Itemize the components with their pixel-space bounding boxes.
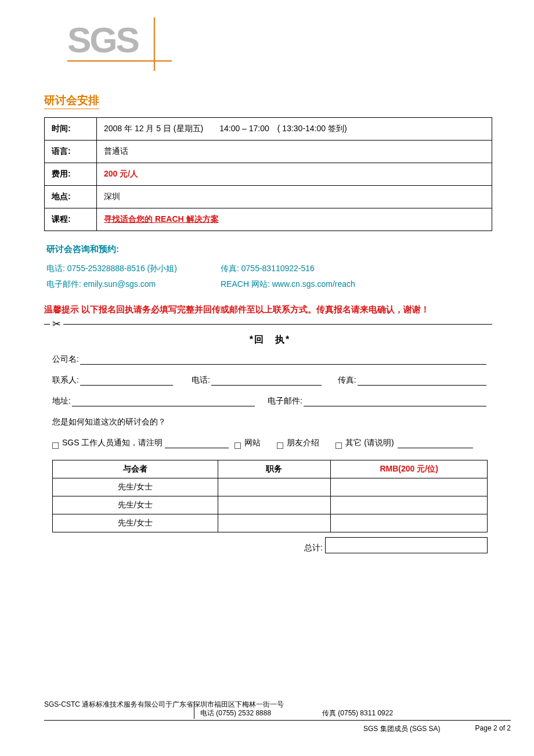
footer-fax: 传真 (0755) 8311 0922	[322, 701, 393, 718]
section-title: 研讨会安排	[44, 93, 99, 109]
fee-label: 费用:	[45, 163, 97, 186]
checkbox-friend[interactable]	[277, 442, 283, 449]
fee-cell[interactable]	[331, 478, 488, 496]
salutation-cell[interactable]: 先生/女士	[53, 478, 218, 496]
phone-label: 电话:	[192, 375, 210, 386]
other-detail-input[interactable]	[398, 440, 473, 448]
loc-label: 地点:	[45, 186, 97, 208]
footer-page: Page 2 of 2	[475, 724, 511, 734]
addr-label: 地址:	[52, 396, 71, 406]
fax-label: 传真:	[338, 375, 356, 386]
opt-friend: 朋友介绍	[287, 438, 319, 448]
contact-person-input[interactable]	[80, 376, 173, 386]
opt-sgs-staff: SGS 工作人员通知，请注明	[62, 438, 163, 448]
company-label: 公司名:	[52, 354, 79, 365]
fax-input[interactable]	[358, 376, 486, 386]
cut-line: ✂	[44, 318, 492, 330]
scissor-icon: ✂	[52, 318, 61, 330]
lang-label: 语言:	[45, 141, 97, 163]
contact-title: 研讨会咨询和预约:	[46, 244, 492, 255]
reply-title: *回 执*	[52, 334, 488, 346]
opt-other: 其它 (请说明)	[345, 438, 394, 448]
fee-value: 200 元/人	[97, 163, 492, 186]
contact-person-label: 联系人:	[52, 375, 79, 386]
email-input[interactable]	[304, 397, 486, 406]
contact-email: 电子邮件: emily.sun@sgs.com	[46, 276, 221, 292]
table-row: 先生/女士	[53, 514, 488, 532]
table-row: 先生/女士	[53, 478, 488, 496]
total-input[interactable]	[325, 537, 488, 553]
how-question: 您是如何知道这次的研讨会的？	[52, 417, 488, 427]
total-label: 总计:	[304, 543, 323, 553]
loc-value: 深圳	[97, 186, 492, 208]
time-label: 时间:	[45, 118, 97, 141]
footer-member: SGS 集团成员 (SGS SA)	[363, 724, 441, 734]
attendee-table: 与会者 职务 RMB(200 元/位) 先生/女士 先生/女士 先生/女士	[52, 460, 488, 532]
contact-phone: 电话: 0755-25328888-8516 (孙小姐)	[46, 261, 221, 276]
title-cell[interactable]	[218, 514, 331, 532]
company-input[interactable]	[80, 355, 486, 365]
opt-website: 网站	[244, 438, 261, 448]
time-value: 2008 年 12 月 5 日 (星期五) 14:00 – 17:00 ( 13…	[97, 118, 492, 141]
warning-text: 温馨提示 以下报名回执请务必填写完整并回传或邮件至以上联系方式。传真报名请来电确…	[44, 304, 492, 315]
sgs-logo: SGS	[67, 17, 492, 71]
table-row: 先生/女士	[53, 496, 488, 514]
col-title: 职务	[218, 460, 331, 478]
reply-form: *回 执* 公司名: 联系人: 电话: 传真: 地址: 电子邮件: 您是如何知道…	[52, 334, 488, 553]
contact-block: 电话: 0755-25328888-8516 (孙小姐) 传真: 0755-83…	[46, 261, 492, 291]
addr-input[interactable]	[72, 397, 255, 406]
fee-cell[interactable]	[331, 514, 488, 532]
contact-site: REACH 网站: www.cn.sgs.com/reach	[221, 276, 355, 292]
title-cell[interactable]	[218, 478, 331, 496]
course-link[interactable]: 寻找适合您的 REACH 解决方案	[104, 214, 219, 224]
page-footer: SGS-CSTC 通标标准技术服务有限公司于广东省深圳市福田区下梅林一街一号 电…	[44, 700, 511, 734]
title-cell[interactable]	[218, 496, 331, 514]
course-label: 课程:	[45, 208, 97, 231]
lang-value: 普通话	[97, 141, 492, 163]
checkbox-website[interactable]	[234, 442, 241, 449]
phone-input[interactable]	[211, 376, 322, 386]
salutation-cell[interactable]: 先生/女士	[53, 514, 218, 532]
checkbox-sgs-staff[interactable]	[52, 442, 59, 449]
salutation-cell[interactable]: 先生/女士	[53, 496, 218, 514]
email-label: 电子邮件:	[268, 396, 302, 406]
footer-phone: 电话 (0755) 2532 8888	[200, 701, 322, 718]
col-attendee: 与会者	[53, 460, 218, 478]
checkbox-other[interactable]	[335, 442, 342, 449]
seminar-info-table: 时间: 2008 年 12 月 5 日 (星期五) 14:00 – 17:00 …	[44, 117, 492, 231]
sgs-staff-detail-input[interactable]	[165, 440, 229, 448]
contact-fax: 传真: 0755-83110922-516	[221, 261, 315, 276]
col-fee: RMB(200 元/位)	[331, 460, 488, 478]
fee-cell[interactable]	[331, 496, 488, 514]
svg-text:SGS: SGS	[67, 20, 139, 60]
